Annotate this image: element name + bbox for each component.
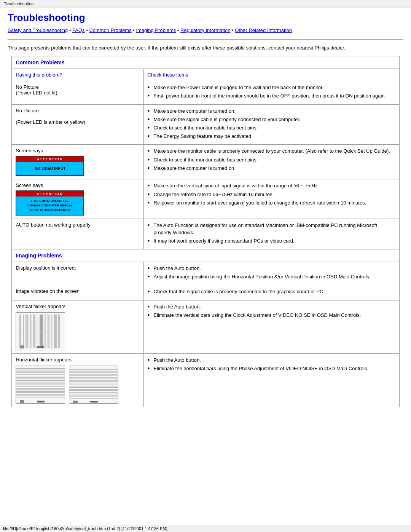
- svg-rect-38: [69, 383, 118, 385]
- problem-cell: Screen says ATTENTION THIS IS 85HZ OVERD…: [12, 179, 143, 219]
- table-row: AUTO button not working properly The Aut…: [12, 219, 399, 249]
- svg-rect-45: [90, 401, 98, 403]
- main-table: Common Problems Having this problem? Che…: [11, 56, 399, 407]
- table-row: No Picture(Power LED not lit) Make sure …: [12, 81, 399, 104]
- svg-rect-40: [69, 389, 118, 391]
- imaging-problems-header-row: Imaging Problems: [12, 249, 399, 262]
- check-list: Push the Auto button. Adjust the image p…: [148, 265, 395, 280]
- list-item: Push the Auto button.: [148, 265, 395, 272]
- list-item: Push the Auto button.: [148, 357, 395, 364]
- common-problems-section-title: Common Problems: [16, 59, 64, 66]
- svg-rect-21: [16, 374, 65, 375]
- common-problems-header-row: Common Problems: [12, 56, 399, 69]
- breadcrumb-link-faqs[interactable]: FAQs: [72, 27, 85, 33]
- table-row: Horizontal flicker appears: [12, 353, 399, 407]
- attention-header: ATTENTION: [16, 157, 83, 162]
- attention-box-no-video: ATTENTION NO VIDEO INPUT: [16, 156, 84, 176]
- divider: [8, 39, 403, 40]
- svg-rect-17: [37, 346, 45, 348]
- check-list: Make sure the monitor cable is properly …: [148, 148, 395, 172]
- common-problems-header-cell: Common Problems: [12, 56, 399, 69]
- check-cell: Check that the signal cable is properly …: [143, 285, 399, 300]
- svg-rect-28: [16, 394, 65, 396]
- list-item: Eliminate the horizontal bars using the …: [148, 365, 395, 372]
- attention-header-overdrive: ATTENTION: [16, 191, 83, 197]
- check-cell: Push the Auto button. Adjust the image p…: [143, 262, 399, 285]
- check-cell: Push the Auto button. Eliminate the vert…: [143, 300, 399, 353]
- horiz-flicker-img-1: [16, 366, 65, 404]
- problem-col-header: Having this problem?: [12, 69, 143, 81]
- vertical-flicker-image: [16, 312, 65, 350]
- table-row: Screen says ATTENTION THIS IS 85HZ OVERD…: [12, 179, 399, 219]
- list-item: It may not work properly if using nonsta…: [148, 238, 395, 244]
- check-list: Make sure the computer is turned on. Mak…: [148, 108, 395, 140]
- svg-rect-29: [16, 397, 65, 398]
- check-list: Push the Auto button. Eliminate the hori…: [148, 357, 395, 372]
- check-cell: Make sure the computer is turned on. Mak…: [143, 104, 399, 145]
- table-row: Image vibrates on the screen Check that …: [12, 285, 399, 300]
- list-item: First, power button in front of the moni…: [148, 93, 395, 99]
- problem-label-vertical-flicker: Vertical flicker appears: [16, 304, 65, 309]
- breadcrumb-link-imaging[interactable]: Imaging Problems: [136, 27, 176, 33]
- problem-label-horizontal-flicker: Horizontal flicker appears: [16, 357, 72, 363]
- table-row: Screen says ATTENTION NO VIDEO INPUT Mak…: [12, 145, 399, 179]
- breadcrumb-link-regulatory[interactable]: Regulatory Information: [180, 27, 231, 33]
- list-item: The Energy Saving feature may be activat…: [148, 133, 395, 140]
- list-item: The Auto Function is designed for use on…: [148, 222, 395, 236]
- horiz-flicker-img-2: [69, 366, 118, 404]
- list-item: Eliminate the vertical bars using the Cl…: [148, 312, 395, 319]
- svg-rect-44: [73, 401, 78, 403]
- list-item: Check to see if the monitor cable has be…: [148, 157, 395, 163]
- svg-rect-36: [69, 377, 118, 379]
- horizontal-flicker-images: [16, 366, 139, 404]
- breadcrumb: Safety and Troubleshooting • FAQs • Comm…: [8, 27, 403, 35]
- check-cell: The Auto Function is designed for use on…: [143, 219, 399, 249]
- breadcrumb-link-common[interactable]: Common Problems: [89, 27, 131, 33]
- svg-rect-22: [16, 377, 65, 379]
- table-row: Display position is incorrect Push the A…: [12, 262, 399, 285]
- page-title: Troubleshooting: [8, 12, 403, 24]
- svg-rect-27: [16, 391, 65, 393]
- list-item: Make sure the signal cable is properly c…: [148, 116, 395, 123]
- list-item: Adjust the image position using the Hori…: [148, 273, 395, 280]
- svg-rect-23: [16, 380, 65, 381]
- intro-text: This page presents problems that can be …: [8, 44, 403, 52]
- list-item: Make sure the monitor cable is properly …: [148, 148, 395, 155]
- svg-rect-39: [69, 387, 118, 388]
- svg-rect-16: [20, 345, 25, 348]
- attention-body: NO VIDEO INPUT: [16, 162, 83, 175]
- svg-rect-31: [37, 401, 45, 403]
- list-item: Check that the signal cable is properly …: [148, 288, 395, 295]
- problem-cell: Vertical flicker appears: [12, 300, 143, 353]
- check-list: The Auto Function is designed for use on…: [148, 222, 395, 244]
- problem-cell: No Picture(Power LED not lit): [12, 81, 143, 104]
- svg-rect-42: [69, 395, 118, 397]
- check-list: Check that the signal cable is properly …: [148, 288, 395, 295]
- check-col-header: Check these items: [143, 69, 399, 81]
- problem-cell: Screen says ATTENTION NO VIDEO INPUT: [12, 145, 143, 179]
- svg-rect-26: [16, 388, 65, 390]
- check-list: Make sure the Power cable is plugged to …: [148, 84, 395, 99]
- problem-title: Screen says: [16, 148, 43, 153]
- svg-rect-20: [16, 371, 65, 373]
- breadcrumb-link-safety[interactable]: Safety and Troubleshooting: [8, 27, 68, 33]
- list-item: Push the Auto button.: [148, 304, 395, 310]
- table-row: No Picture(Power LED is amber or yellow)…: [12, 104, 399, 145]
- svg-rect-34: [69, 371, 118, 373]
- problem-cell: Display position is incorrect: [12, 262, 143, 285]
- problem-cell: AUTO button not working properly: [12, 219, 143, 249]
- content-area: Troubleshooting Safety and Troubleshooti…: [0, 8, 411, 430]
- column-headers-row: Having this problem? Check these items: [12, 69, 399, 81]
- check-list: Make sure the vertical sync of input sig…: [148, 182, 395, 206]
- check-cell: Make sure the vertical sync of input sig…: [143, 179, 399, 219]
- problem-cell: No Picture(Power LED is amber or yellow): [12, 104, 143, 145]
- imaging-problems-header-cell: Imaging Problems: [12, 249, 399, 262]
- table-row: Vertical flicker appears: [12, 300, 399, 353]
- attention-box-overdrive: ATTENTION THIS IS 85HZ OVERDRIVE,CHANGE …: [16, 190, 84, 216]
- list-item: Check to see if the monitor cable has be…: [148, 125, 395, 131]
- list-item: Re-power on monitor to start over again …: [148, 200, 395, 206]
- check-list: Push the Auto button. Eliminate the vert…: [148, 304, 395, 319]
- check-cell: Push the Auto button. Eliminate the hori…: [143, 353, 399, 407]
- problem-title: Screen says: [16, 182, 43, 188]
- breadcrumb-link-other[interactable]: Other Related Information: [235, 27, 292, 33]
